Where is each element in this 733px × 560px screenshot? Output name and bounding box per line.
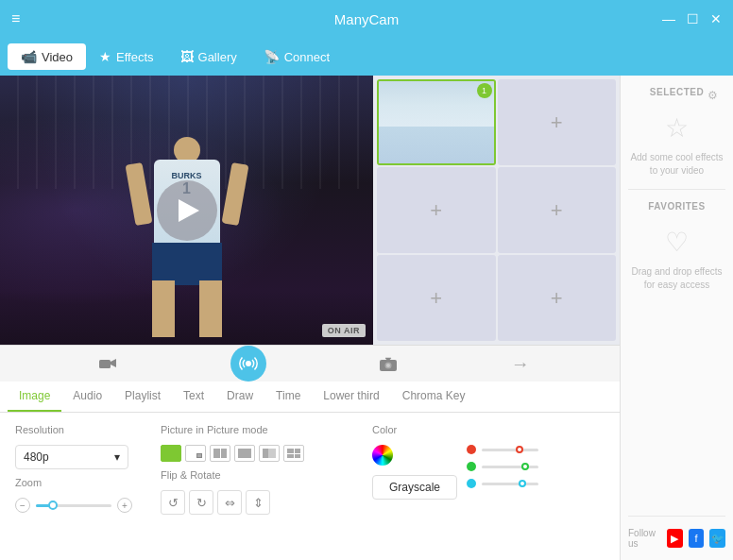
video-tab-label: Video <box>42 50 73 64</box>
youtube-button[interactable]: ▶ <box>667 529 683 548</box>
grid-cell-6[interactable]: + <box>498 255 617 341</box>
zoom-thumb[interactable] <box>48 501 58 510</box>
flip-h-button[interactable]: ⇔ <box>217 490 242 515</box>
red-track[interactable] <box>482 449 538 451</box>
tab-gallery[interactable]: 🖼 Gallery <box>167 43 250 70</box>
pip-btn-4[interactable] <box>234 445 255 462</box>
pip-icon-4 <box>238 449 251 458</box>
green-dot <box>467 462 476 471</box>
grid-cell-1[interactable]: 1 <box>377 79 496 165</box>
color-btn-section: Grayscale <box>372 445 457 500</box>
settings-panel: Resolution 480p ▾ Zoom − + Pi <box>0 413 620 560</box>
water <box>379 127 494 163</box>
grayscale-button[interactable]: Grayscale <box>372 475 457 500</box>
pip-btn-1[interactable] <box>161 445 181 462</box>
drag-drop-hint: Drag and drop effects for easy access <box>628 265 725 292</box>
add-source-icon: + <box>551 288 563 309</box>
tab-video[interactable]: 📹 Video <box>8 43 86 70</box>
main-content: BURKS 1 ON AIR <box>0 76 733 560</box>
player-left-leg <box>152 280 175 337</box>
svg-marker-1 <box>111 359 116 367</box>
red-dot <box>467 445 476 454</box>
color-section: Color Grayscale <box>372 424 538 515</box>
jersey-name: BURKS <box>171 171 201 180</box>
snapshot-button[interactable] <box>370 346 406 382</box>
facebook-button[interactable]: f <box>689 529 705 548</box>
pip-icon-3b <box>221 449 228 458</box>
grid-cell-3[interactable]: + <box>377 167 496 253</box>
maximize-button[interactable]: ☐ <box>687 11 699 26</box>
connect-tab-label: Connect <box>284 50 330 64</box>
player-right-arm <box>221 162 248 226</box>
cyan-track[interactable] <box>482 483 538 485</box>
tab-lower-third[interactable]: Lower third <box>312 382 390 412</box>
tab-connect[interactable]: 📡 Connect <box>250 43 343 70</box>
color-label: Color <box>372 424 538 435</box>
zoom-label: Zoom <box>15 477 138 488</box>
cyan-thumb[interactable] <box>519 480 526 487</box>
color-sliders-section <box>467 445 538 488</box>
pip-grid-2 <box>295 449 301 453</box>
resolution-select[interactable]: 480p ▾ <box>15 445 128 469</box>
tab-playlist[interactable]: Playlist <box>113 382 172 412</box>
add-source-icon: + <box>551 112 563 133</box>
pip-btn-3[interactable] <box>210 445 230 462</box>
zoom-row: − + <box>15 498 138 513</box>
pip-icon-5b <box>268 449 276 458</box>
flip-cw-button[interactable]: ↻ <box>189 490 213 515</box>
title-bar: ≡ ManyCam — ☐ ✕ <box>0 0 733 38</box>
tab-draw[interactable]: Draw <box>215 382 264 412</box>
red-thumb[interactable] <box>516 446 523 453</box>
tab-audio[interactable]: Audio <box>61 382 113 412</box>
zoom-plus-button[interactable]: + <box>117 498 132 513</box>
resolution-value: 480p <box>24 450 49 464</box>
gallery-tab-icon: 🖼 <box>180 49 194 64</box>
cell-badge: 1 <box>477 83 492 98</box>
grid-cell-2[interactable]: + <box>498 79 617 165</box>
green-thumb[interactable] <box>521 463 529 470</box>
flip-v-button[interactable]: ⇕ <box>246 490 270 515</box>
tab-time[interactable]: Time <box>264 382 312 412</box>
grid-cell-4[interactable]: + <box>498 167 617 253</box>
green-track[interactable] <box>482 466 538 468</box>
add-source-icon: + <box>430 200 442 221</box>
grid-cell-5[interactable]: + <box>377 255 496 341</box>
player-left-arm <box>125 162 152 226</box>
close-button[interactable]: ✕ <box>710 11 722 26</box>
video-preview: BURKS 1 ON AIR <box>0 76 373 345</box>
camera-button[interactable] <box>90 346 126 382</box>
tab-effects[interactable]: ★ Effects <box>86 43 167 70</box>
follow-label: Follow us <box>628 528 661 549</box>
pip-grid-4 <box>295 454 301 459</box>
heart-icon: ♡ <box>665 227 689 258</box>
settings-icon[interactable]: ⚙ <box>707 89 718 102</box>
pip-flip-section: Picture in Picture mode <box>161 424 349 515</box>
pip-btn-6[interactable] <box>283 445 304 462</box>
tab-text[interactable]: Text <box>172 382 215 412</box>
color-content: Grayscale <box>372 445 538 500</box>
player-shorts <box>152 243 222 285</box>
selected-label: SELECTED <box>650 87 704 97</box>
color-wheel-icon <box>372 445 393 466</box>
pip-icon-2-inner <box>196 453 202 458</box>
resolution-chevron: ▾ <box>114 450 120 464</box>
svg-rect-0 <box>99 360 111 368</box>
zoom-track[interactable] <box>36 504 111 507</box>
player-right-leg <box>199 280 222 337</box>
twitter-button[interactable]: 🐦 <box>709 529 725 548</box>
pip-icon-3a <box>213 449 220 458</box>
camera-controls: → <box>0 345 620 382</box>
broadcast-button[interactable] <box>230 346 266 382</box>
flip-ccw-button[interactable]: ↺ <box>161 490 185 515</box>
pip-btn-2[interactable] <box>185 445 206 462</box>
pip-btn-5[interactable] <box>259 445 280 462</box>
tab-chroma-key[interactable]: Chroma Key <box>391 382 477 412</box>
window-controls: — ☐ ✕ <box>662 11 722 26</box>
zoom-minus-button[interactable]: − <box>15 498 30 513</box>
center-area: BURKS 1 ON AIR <box>0 76 620 560</box>
minimize-button[interactable]: — <box>662 11 675 26</box>
menu-icon[interactable]: ≡ <box>11 10 20 27</box>
star-icon: ☆ <box>665 112 689 144</box>
tab-image[interactable]: Image <box>8 382 61 412</box>
play-button[interactable] <box>157 180 217 241</box>
